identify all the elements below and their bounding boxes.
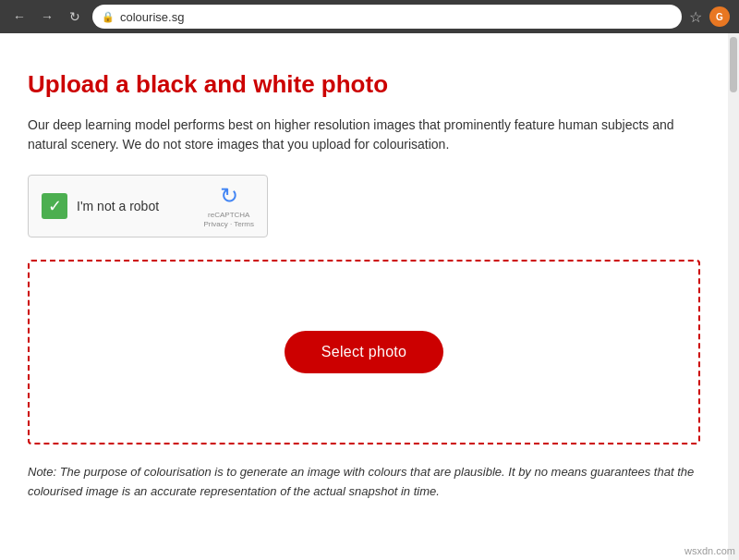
- scrollbar-thumb[interactable]: [730, 37, 737, 92]
- toolbar-right: ☆ G: [689, 6, 730, 27]
- watermark: wsxdn.com: [684, 545, 735, 556]
- photo-drop-zone[interactable]: Select photo: [28, 260, 700, 444]
- back-button[interactable]: ←: [9, 6, 30, 27]
- page-description: Our deep learning model performs best on…: [28, 116, 674, 154]
- bookmark-star-icon[interactable]: ☆: [689, 8, 702, 26]
- user-avatar[interactable]: G: [709, 6, 730, 27]
- select-photo-button[interactable]: Select photo: [285, 331, 444, 373]
- captcha-label: I'm not a robot: [77, 199, 194, 213]
- recaptcha-logo: ↻ reCAPTCHAPrivacy · Terms: [203, 183, 254, 228]
- reload-button[interactable]: ↻: [65, 6, 85, 27]
- forward-button[interactable]: →: [37, 6, 57, 27]
- recaptcha-text: reCAPTCHAPrivacy · Terms: [203, 211, 254, 228]
- captcha-widget[interactable]: ✓ I'm not a robot ↻ reCAPTCHAPrivacy · T…: [28, 175, 268, 237]
- captcha-check-icon: ✓: [42, 193, 67, 219]
- note-text: Note: The purpose of colourisation is to…: [28, 463, 700, 502]
- lock-icon: 🔒: [102, 11, 115, 23]
- address-text: colourise.sg: [120, 10, 672, 24]
- recaptcha-icon: ↻: [220, 183, 238, 209]
- address-bar[interactable]: 🔒 colourise.sg: [92, 5, 682, 29]
- page-content: Upload a black and white photo Our deep …: [0, 33, 728, 560]
- browser-toolbar: ← → ↻ 🔒 colourise.sg ☆ G: [0, 0, 739, 33]
- scrollbar[interactable]: [728, 33, 739, 560]
- page-title: Upload a black and white photo: [28, 70, 700, 99]
